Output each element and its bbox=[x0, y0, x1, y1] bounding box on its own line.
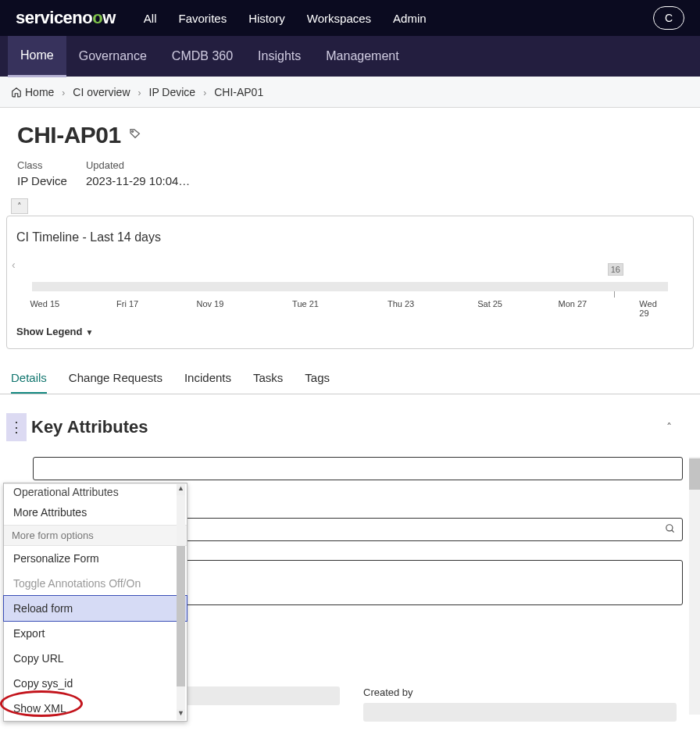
timeline-axis: Wed 15Fri 17Nov 19Tue 21Thu 23Sat 25Mon … bbox=[32, 299, 668, 312]
show-legend-toggle[interactable]: Show Legend▼ bbox=[16, 326, 684, 337]
tab-home[interactable]: Home bbox=[8, 36, 66, 77]
timeline-date: Mon 27 bbox=[559, 299, 588, 308]
more-actions-button[interactable]: ⋮ bbox=[6, 413, 27, 441]
create-button[interactable]: C bbox=[653, 6, 684, 30]
detail-tab-tasks[interactable]: Tasks bbox=[253, 363, 283, 394]
section-title: Key Attributes bbox=[31, 417, 148, 437]
menu-item-show-xml[interactable]: Show XML bbox=[4, 696, 187, 721]
timeline-marker[interactable]: 16 bbox=[608, 263, 623, 276]
chevron-right-icon: › bbox=[203, 87, 206, 98]
home-icon bbox=[11, 87, 22, 98]
top-nav: AllFavoritesHistoryWorkspacesAdmin bbox=[144, 12, 427, 25]
svg-line-2 bbox=[672, 530, 674, 533]
class-label: Class bbox=[17, 159, 67, 171]
svg-point-0 bbox=[131, 130, 133, 132]
detail-tab-tags[interactable]: Tags bbox=[305, 363, 330, 394]
svg-point-1 bbox=[666, 525, 673, 531]
menu-scroll-down-icon[interactable]: ▼ bbox=[177, 709, 185, 720]
updated-value: 2023-11-29 10:04… bbox=[86, 174, 190, 187]
attribute-input-1[interactable] bbox=[33, 457, 683, 480]
timeline-prev-icon[interactable]: ‹ bbox=[12, 259, 16, 271]
detail-tabs: DetailsChange RequestsIncidentsTasksTags bbox=[0, 363, 700, 394]
timeline-date: Tue 21 bbox=[292, 299, 319, 308]
top-nav-workspaces[interactable]: Workspaces bbox=[307, 12, 371, 25]
collapse-section-icon[interactable]: ˄ bbox=[666, 421, 672, 433]
crumb-ip-device[interactable]: IP Device bbox=[149, 86, 196, 98]
timeline-date: Sat 25 bbox=[477, 299, 502, 308]
context-menu: ▲ Operational Attributes More Attributes… bbox=[3, 483, 188, 722]
top-nav-history[interactable]: History bbox=[248, 12, 285, 25]
class-value: IP Device bbox=[17, 174, 67, 187]
page-title: CHI-AP01 bbox=[17, 122, 121, 148]
menu-item-copy-sys-id[interactable]: Copy sys_id bbox=[4, 671, 187, 696]
created-by-field bbox=[363, 703, 677, 722]
menu-group-label: More form options bbox=[4, 525, 187, 546]
tab-management[interactable]: Management bbox=[313, 37, 411, 76]
timeline-date: Nov 19 bbox=[196, 299, 223, 308]
detail-tab-details[interactable]: Details bbox=[11, 363, 47, 394]
menu-item-more-attributes[interactable]: More Attributes bbox=[4, 500, 187, 525]
crumb-ci-overview[interactable]: CI overview bbox=[73, 86, 130, 98]
menu-scrollbar-thumb[interactable] bbox=[177, 546, 185, 686]
menu-item-operational-attributes[interactable]: Operational Attributes bbox=[4, 483, 187, 500]
scrollbar-track[interactable] bbox=[689, 457, 700, 715]
timeline-date: Wed 15 bbox=[30, 299, 59, 308]
created-by-label: Created by bbox=[363, 686, 677, 698]
timeline-date: Wed 29 bbox=[639, 299, 658, 318]
detail-tab-incidents[interactable]: Incidents bbox=[184, 363, 231, 394]
menu-item-personalize-form[interactable]: Personalize Form bbox=[4, 546, 187, 571]
menu-item-toggle-annotations-off-on[interactable]: Toggle Annotations Off/On bbox=[4, 571, 187, 596]
menu-item-copy-url[interactable]: Copy URL bbox=[4, 646, 187, 671]
workspace-tabs: HomeGovernanceCMDB 360InsightsManagement bbox=[0, 36, 700, 77]
tag-icon[interactable] bbox=[129, 127, 141, 143]
tab-governance[interactable]: Governance bbox=[66, 37, 159, 76]
search-icon[interactable] bbox=[665, 523, 676, 537]
timeline-date: Thu 23 bbox=[388, 299, 414, 308]
scrollbar-thumb[interactable] bbox=[689, 458, 700, 490]
detail-tab-change-requests[interactable]: Change Requests bbox=[69, 363, 162, 394]
breadcrumb: Home›CI overview›IP Device›CHI-AP01 bbox=[0, 77, 700, 108]
top-nav-favorites[interactable]: Favorites bbox=[178, 12, 227, 25]
timeline-card: CI Timeline - Last 14 days ‹ 16 Wed 15Fr… bbox=[6, 216, 694, 349]
timeline-title: CI Timeline - Last 14 days bbox=[16, 230, 684, 244]
collapse-toggle[interactable]: ˄ bbox=[11, 198, 28, 214]
updated-label: Updated bbox=[86, 159, 190, 171]
tab-insights[interactable]: Insights bbox=[245, 37, 313, 76]
menu-item-reload-form[interactable]: Reload form bbox=[4, 596, 187, 621]
top-nav-all[interactable]: All bbox=[144, 12, 157, 25]
menu-item-export[interactable]: Export bbox=[4, 621, 187, 646]
top-nav-admin[interactable]: Admin bbox=[393, 12, 427, 25]
chevron-right-icon: › bbox=[138, 87, 141, 98]
timeline-track[interactable] bbox=[32, 282, 668, 291]
timeline-date: Fri 17 bbox=[116, 299, 138, 308]
brand-logo: servicenoow bbox=[16, 8, 116, 28]
crumb-home[interactable]: Home bbox=[25, 86, 54, 98]
tab-cmdb-360[interactable]: CMDB 360 bbox=[159, 37, 245, 76]
crumb-chi-ap01: CHI-AP01 bbox=[214, 86, 263, 98]
chevron-right-icon: › bbox=[62, 87, 65, 98]
menu-scroll-up-icon[interactable]: ▲ bbox=[177, 484, 185, 495]
